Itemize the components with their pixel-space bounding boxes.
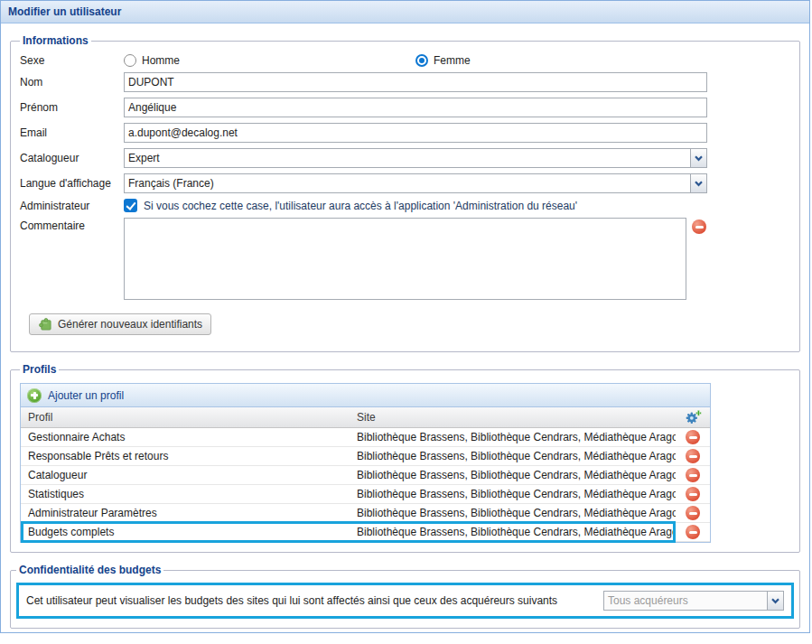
catalogueur-select[interactable]: Expert: [124, 148, 707, 168]
cell-profil: Responsable Prêts et retours: [21, 450, 353, 462]
catalogueur-label: Catalogueur: [20, 152, 124, 164]
cell-site: Bibliothèque Brassens, Bibliothèque Cend…: [353, 507, 676, 519]
grid-header: Profil Site: [21, 407, 710, 428]
table-row[interactable]: Administrateur Paramètres Bibliothèque B…: [21, 504, 710, 523]
generate-credentials-button[interactable]: Générer nouveaux identifiants: [29, 313, 211, 335]
cell-site: Bibliothèque Brassens, Bibliothèque Cend…: [353, 450, 676, 462]
langue-row: Langue d'affichage Français (France): [20, 173, 790, 193]
table-row[interactable]: Responsable Prêts et retours Bibliothèqu…: [21, 447, 710, 466]
panel-body: Informations Sexe Homme Femme Nom Prénom: [1, 23, 809, 629]
acquereurs-select-value: Tous acquéreurs: [604, 592, 767, 610]
gear-plus-icon: [685, 410, 702, 425]
radio-homme-label: Homme: [142, 54, 180, 67]
langue-select-value: Français (France): [125, 174, 690, 192]
profils-fieldset: Profils Ajouter un profil Profil Site: [10, 363, 800, 553]
email-label: Email: [20, 126, 124, 139]
commentaire-textarea[interactable]: [124, 218, 686, 300]
cell-site: Bibliothèque Brassens, Bibliothèque Cend…: [353, 488, 676, 500]
nom-input[interactable]: [124, 72, 707, 92]
cell-site: Bibliothèque Brassens, Bibliothèque Cend…: [353, 526, 676, 538]
radio-femme-label: Femme: [434, 54, 471, 67]
email-input[interactable]: [124, 123, 707, 143]
remove-profile-icon[interactable]: [686, 506, 700, 520]
profils-legend: Profils: [20, 363, 59, 376]
add-profile-icon[interactable]: [27, 388, 42, 403]
prenom-label: Prénom: [20, 101, 124, 114]
sexe-row: Sexe Homme Femme: [20, 54, 790, 67]
commentaire-label: Commentaire: [20, 218, 124, 232]
remove-profile-icon[interactable]: [686, 525, 700, 539]
email-row: Email: [20, 123, 790, 143]
administrateur-checkbox[interactable]: [124, 199, 137, 212]
chevron-down-icon[interactable]: [767, 592, 783, 610]
nom-label: Nom: [20, 76, 124, 89]
table-row[interactable]: Catalogueur Bibliothèque Brassens, Bibli…: [21, 466, 710, 485]
edit-user-panel: Modifier un utilisateur Informations Sex…: [0, 0, 810, 633]
radio-homme-icon[interactable]: [124, 54, 136, 67]
nom-row: Nom: [20, 72, 790, 92]
langue-label: Langue d'affichage: [20, 177, 124, 190]
catalogueur-row: Catalogueur Expert: [20, 148, 790, 168]
langue-select[interactable]: Français (France): [124, 173, 707, 193]
cell-profil: Statistiques: [21, 488, 353, 500]
profils-grid: Ajouter un profil Profil Site: [20, 383, 711, 543]
prenom-input[interactable]: [124, 98, 707, 117]
remove-comment-icon[interactable]: [692, 219, 706, 234]
add-profile-button[interactable]: Ajouter un profil: [21, 384, 710, 407]
prenom-row: Prénom: [20, 98, 790, 117]
cell-profil: Administrateur Paramètres: [21, 507, 353, 519]
panel-title: Modifier un utilisateur: [1, 1, 809, 23]
puzzle-icon: [38, 317, 52, 331]
column-header-profil[interactable]: Profil: [21, 411, 353, 424]
confidentialite-highlight-box: Cet utilisateur peut visualiser les budg…: [16, 583, 794, 619]
cell-profil: Gestionnaire Achats: [21, 431, 353, 443]
column-header-site[interactable]: Site: [353, 411, 676, 424]
add-profile-label: Ajouter un profil: [48, 389, 124, 402]
chevron-down-icon[interactable]: [690, 174, 706, 192]
administrateur-note: Si vous cochez cette case, l'utilisateur…: [144, 200, 577, 212]
grid-settings-button[interactable]: [676, 410, 710, 425]
remove-profile-icon[interactable]: [686, 487, 700, 501]
remove-profile-icon[interactable]: [686, 449, 700, 463]
table-row[interactable]: Statistiques Bibliothèque Brassens, Bibl…: [21, 485, 710, 504]
commentaire-row: Commentaire: [20, 218, 790, 300]
confidentialite-fieldset: Confidentialité des budgets Cet utilisat…: [10, 564, 800, 629]
cell-profil: Catalogueur: [21, 469, 353, 481]
sexe-label: Sexe: [20, 54, 124, 67]
radio-femme-icon[interactable]: [415, 54, 428, 67]
remove-profile-icon[interactable]: [686, 468, 700, 482]
administrateur-label: Administrateur: [20, 200, 124, 212]
catalogueur-select-value: Expert: [125, 149, 690, 167]
table-row-highlighted[interactable]: Budgets complets Bibliothèque Brassens, …: [21, 523, 710, 542]
informations-legend: Informations: [20, 34, 91, 47]
chevron-down-icon[interactable]: [690, 149, 706, 167]
cell-site: Bibliothèque Brassens, Bibliothèque Cend…: [353, 469, 676, 481]
cell-profil: Budgets complets: [21, 526, 353, 538]
radio-femme[interactable]: Femme: [415, 54, 471, 67]
confidentialite-text: Cet utilisateur peut visualiser les budg…: [26, 594, 603, 607]
generate-credentials-label: Générer nouveaux identifiants: [58, 318, 202, 331]
administrateur-row: Administrateur Si vous cochez cette case…: [20, 199, 790, 212]
remove-profile-icon[interactable]: [686, 430, 700, 444]
confidentialite-legend: Confidentialité des budgets: [16, 564, 163, 576]
radio-homme[interactable]: Homme: [124, 54, 180, 67]
table-row[interactable]: Gestionnaire Achats Bibliothèque Brassen…: [21, 428, 710, 447]
acquereurs-select[interactable]: Tous acquéreurs: [603, 591, 784, 611]
cell-site: Bibliothèque Brassens, Bibliothèque Cend…: [353, 431, 676, 443]
informations-fieldset: Informations Sexe Homme Femme Nom Prénom: [10, 34, 800, 352]
